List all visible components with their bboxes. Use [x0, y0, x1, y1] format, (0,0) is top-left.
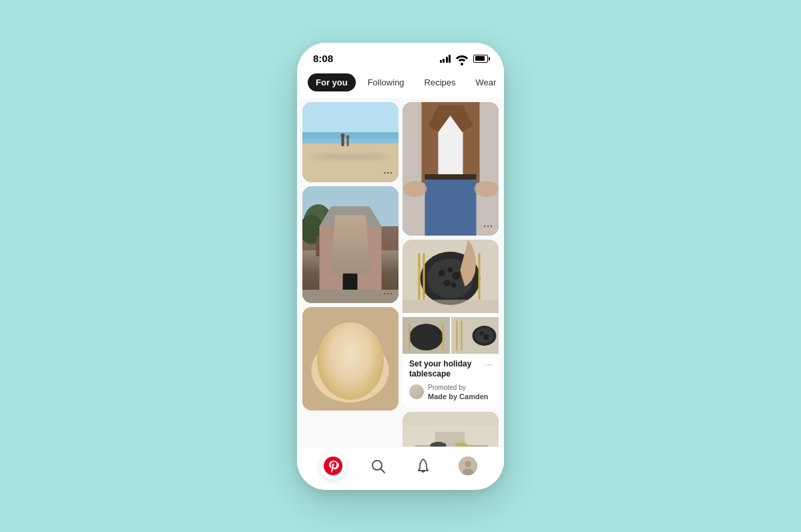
tablescape-img-2	[403, 317, 450, 354]
tablescape-info: Set your holiday tablescape ··· Promoted…	[403, 354, 499, 408]
phone-frame: 8:08 For you Following Recipes Wear	[297, 43, 504, 490]
svg-point-21	[312, 338, 389, 403]
svg-point-46	[410, 324, 443, 350]
svg-rect-44	[403, 300, 499, 313]
room-image	[403, 412, 499, 447]
fashion-more-btn[interactable]: ···	[483, 221, 493, 232]
pinterest-icon	[324, 457, 342, 475]
svg-point-55	[484, 334, 489, 340]
svg-rect-41	[419, 253, 421, 300]
wifi-icon	[454, 51, 470, 67]
svg-point-32	[475, 181, 499, 197]
promoted-text: Promoted by Made by Camden	[428, 383, 488, 401]
nav-search-btn[interactable]	[364, 453, 391, 479]
svg-point-54	[480, 331, 484, 335]
search-icon	[370, 458, 386, 474]
svg-point-8	[346, 135, 350, 138]
pin-fashion[interactable]: ···	[403, 102, 499, 236]
tablescape-main-image	[403, 240, 499, 316]
promoted-avatar	[409, 384, 424, 399]
svg-rect-43	[479, 253, 481, 300]
bottom-nav	[297, 447, 504, 490]
svg-point-37	[448, 267, 453, 272]
masonry-grid: ···	[297, 98, 504, 447]
tablescape-bottom-row	[403, 317, 499, 354]
svg-rect-16	[338, 240, 348, 253]
battery-icon	[473, 55, 488, 63]
status-time: 8:08	[313, 53, 333, 64]
svg-rect-1	[302, 102, 398, 136]
pin-architecture[interactable]: ···	[302, 186, 398, 303]
svg-point-23	[325, 350, 338, 364]
content-area[interactable]: ···	[297, 98, 504, 447]
tablescape-img-3	[451, 317, 499, 354]
architecture-more-btn[interactable]: ···	[383, 288, 393, 299]
svg-point-6	[341, 134, 345, 138]
svg-point-38	[453, 272, 461, 280]
tablescape-more-btn[interactable]: ···	[485, 359, 492, 369]
svg-point-40	[451, 282, 457, 288]
svg-point-39	[444, 280, 451, 286]
svg-point-68	[465, 461, 471, 467]
svg-rect-51	[461, 320, 463, 350]
tab-wear[interactable]: Wear	[468, 73, 504, 91]
nav-home-btn[interactable]	[320, 453, 346, 479]
tab-for-you[interactable]: For you	[308, 73, 356, 91]
architecture-image	[302, 186, 398, 303]
svg-point-22	[318, 340, 382, 391]
svg-line-66	[381, 469, 385, 473]
pie-image	[302, 307, 398, 411]
svg-rect-47	[409, 324, 411, 350]
tab-following[interactable]: Following	[360, 73, 413, 91]
pin-promoted-info: Promoted by Made by Camden	[409, 383, 492, 401]
avatar-image	[459, 457, 477, 475]
bell-icon	[415, 458, 431, 474]
svg-rect-7	[347, 138, 349, 146]
profile-avatar	[459, 457, 477, 475]
nav-notifications-btn[interactable]	[410, 453, 437, 479]
svg-point-24	[328, 352, 339, 362]
tablescape-title: Set your holiday tablescape	[409, 359, 481, 380]
svg-point-0	[461, 63, 463, 65]
svg-point-36	[439, 270, 445, 276]
left-column: ···	[302, 102, 398, 447]
status-bar: 8:08	[297, 43, 504, 71]
svg-rect-30	[425, 174, 477, 180]
promoted-brand: Made by Camden	[428, 392, 488, 401]
promoted-label: Promoted by	[428, 383, 488, 392]
pin-tablescape[interactable]: Set your holiday tablescape ··· Promoted…	[403, 240, 499, 408]
status-icons	[440, 51, 489, 67]
signal-icon	[440, 55, 451, 63]
nav-profile-btn[interactable]	[455, 453, 481, 479]
svg-rect-42	[423, 253, 425, 300]
svg-rect-29	[425, 176, 477, 236]
svg-rect-17	[353, 240, 363, 253]
svg-rect-63	[403, 412, 499, 425]
svg-rect-50	[457, 320, 458, 350]
svg-rect-48	[443, 324, 444, 350]
svg-point-31	[403, 181, 427, 197]
pin-pie[interactable]	[302, 307, 398, 411]
fashion-image	[403, 102, 499, 236]
pin-beach[interactable]: ···	[302, 102, 398, 182]
tab-recipes[interactable]: Recipes	[417, 73, 464, 91]
pin-room[interactable]	[403, 412, 499, 447]
tab-nav: For you Following Recipes Wear	[297, 71, 504, 98]
svg-rect-5	[342, 137, 344, 146]
beach-more-btn[interactable]: ···	[383, 168, 393, 178]
right-column: ···	[403, 102, 499, 447]
